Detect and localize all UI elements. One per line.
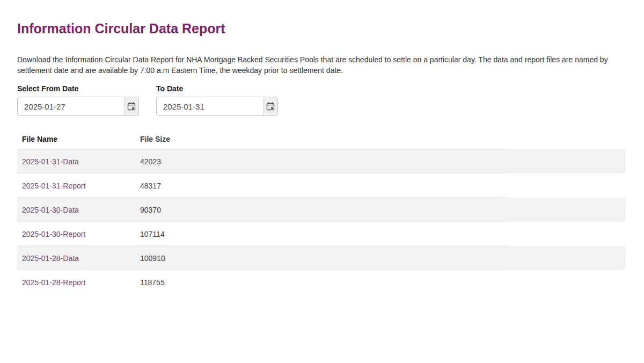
file-name-link[interactable]: 2025-01-31-Report: [22, 182, 85, 190]
table-row: 2025-01-31-Data 42023: [17, 149, 625, 173]
from-date-input[interactable]: [18, 97, 124, 115]
from-date-group: Select From Date: [17, 84, 139, 116]
page-container: Information Circular Data Report Downloa…: [0, 0, 625, 294]
from-date-label: Select From Date: [17, 84, 139, 93]
table-row: 2025-01-30-Report 107114: [17, 222, 625, 246]
files-table: File Name File Size 2025-01-31-Data 4202…: [17, 129, 625, 294]
file-name-link[interactable]: 2025-01-31-Data: [22, 157, 79, 166]
column-header-file-name: File Name: [17, 135, 139, 143]
to-date-label: To Date: [156, 84, 278, 93]
page-description: Download the Information Circular Data R…: [17, 54, 613, 76]
table-row: 2025-01-31-Report 48317: [17, 173, 625, 198]
file-name-link[interactable]: 2025-01-30-Report: [22, 230, 85, 238]
calendar-icon: [127, 102, 136, 111]
to-date-input[interactable]: [157, 97, 263, 115]
column-header-file-size: File Size: [139, 135, 625, 143]
to-date-group: To Date: [156, 84, 278, 116]
file-size-value: 118755: [139, 278, 625, 287]
page-title: Information Circular Data Report: [17, 20, 625, 37]
file-size-value: 42023: [139, 157, 625, 166]
table-header-row: File Name File Size: [17, 129, 625, 149]
calendar-icon: [266, 102, 275, 111]
to-date-calendar-button[interactable]: [263, 97, 277, 115]
to-date-picker: [156, 97, 278, 116]
table-row: 2025-01-30-Data 90370: [17, 198, 625, 222]
file-name-link[interactable]: 2025-01-30-Data: [22, 206, 79, 214]
file-size-value: 48317: [139, 182, 625, 190]
from-date-picker: [17, 97, 139, 116]
table-row: 2025-01-28-Data 100910: [17, 246, 625, 270]
file-name-link[interactable]: 2025-01-28-Report: [22, 278, 85, 287]
date-filters: Select From Date To: [17, 84, 625, 116]
table-row: 2025-01-28-Report 118755: [17, 270, 625, 294]
file-size-value: 90370: [139, 206, 625, 214]
from-date-calendar-button[interactable]: [124, 97, 138, 115]
file-size-value: 100910: [139, 254, 625, 263]
file-size-value: 107114: [139, 230, 625, 238]
file-name-link[interactable]: 2025-01-28-Data: [22, 254, 79, 263]
